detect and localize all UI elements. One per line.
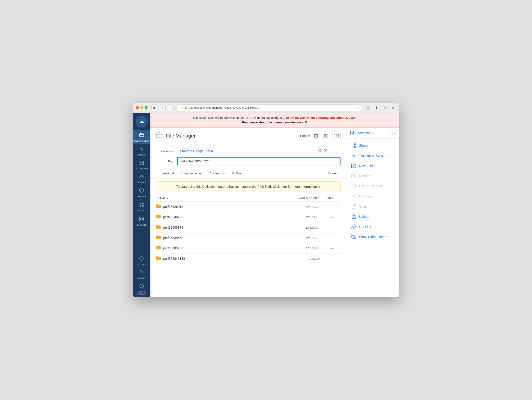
table-row[interactable]: perf13626912 12/31/19... — › [156,202,341,212]
share-icon[interactable]: ⬆ [373,104,380,111]
single-panel-btn[interactable] [312,133,320,139]
banner-text-before: Globus services will be unavailable for … [193,116,283,120]
banner-link[interactable]: Read more about the planned maintenance.… [242,121,307,124]
show-hidden-label: Show Hidden Items [359,235,387,239]
bookmark-btn[interactable]: Bookmark ∨ [350,130,374,136]
sidebar-item-groups[interactable]: GROUPS [133,172,150,185]
path-input[interactable] [177,157,341,165]
info-banner: To start using this Collection, enter a … [156,181,341,192]
info-banner-link-icon[interactable]: ⧉ [318,185,320,189]
sidebar: ☁ FILE MANAGER [133,113,150,297]
sidebar-logo[interactable]: ☁ [133,113,150,130]
minimize-window-btn[interactable] [140,106,143,109]
sidebar-item-logout[interactable]: LOGOUT [133,268,150,281]
svg-marker-34 [231,172,234,174]
col-header-name[interactable]: NAME ∨ [156,197,292,200]
upload-action[interactable]: Upload [346,211,399,222]
table-row[interactable]: perf35339568 12/31/19... — › [156,233,341,243]
collection-clear-icon[interactable] [324,149,327,153]
row-chevron[interactable]: › [334,215,341,219]
collection-input[interactable]: Stanford Google Cloud [177,147,330,155]
sidebar-item-flows[interactable]: FLOWS [133,200,150,214]
svg-rect-0 [139,134,144,137]
double-panel-btn[interactable] [322,133,330,139]
sidebar-item-settings[interactable]: SETTINGS [133,254,150,268]
svg-point-8 [140,203,141,204]
sidebar-item-console[interactable]: CONSOLE [133,185,150,200]
sidebar-toggle-btn[interactable]: ⊞ [151,104,158,111]
collection-name: Stanford Google Cloud [180,149,213,153]
sidebar-item-file-manager[interactable]: FILE MANAGER [133,130,150,144]
select-all-btn[interactable]: select all [161,171,177,176]
svg-point-40 [352,145,353,146]
row-chevron[interactable]: › [334,236,341,240]
refresh-list-btn[interactable]: refresh list [205,170,228,177]
collection-search-icon[interactable] [318,149,322,153]
forward-btn[interactable]: › [167,104,173,111]
close-window-btn[interactable] [136,106,139,109]
svg-rect-24 [324,134,326,137]
row-name: perf25540222 [163,215,183,219]
triple-panel-btn[interactable] [332,133,341,139]
up-one-folder-btn[interactable]: up one folder [178,170,204,177]
logout-icon [139,270,144,276]
row-size: — [320,247,334,250]
folder-icon [156,225,161,230]
collapse-panel-btn[interactable]: ‹ [390,131,395,135]
row-chevron[interactable]: › [334,257,341,260]
share-label: Share [359,144,368,147]
table-row[interactable]: perf35883766 12/31/19... — › [156,243,341,254]
share-action[interactable]: Share [346,140,399,151]
new-tab-icon[interactable]: ＋ [382,104,388,111]
sidebar-item-collections[interactable]: COLLECTIONS [133,158,150,172]
svg-point-10 [140,205,141,207]
maximize-window-btn[interactable] [145,106,148,109]
refresh-icon[interactable]: ↻ [356,106,359,109]
groups-icon [139,174,144,180]
row-name-area: perf35883766 [156,245,292,251]
transfer-icon [351,153,356,159]
row-chevron[interactable]: › [334,205,341,209]
sidebar-item-activity[interactable]: ACTIVITY [133,144,150,158]
filter-btn[interactable]: filter [229,170,244,177]
new-folder-action[interactable]: New Folder [346,161,399,171]
show-hidden-action[interactable]: Show Hidden Items [346,232,399,242]
flows-icon [139,202,144,208]
open-icon [351,204,356,209]
svg-line-42 [353,146,354,147]
help-icon [139,284,144,290]
view-btn[interactable]: view [325,170,340,177]
svg-point-29 [319,149,321,152]
row-chevron[interactable]: › [334,226,341,229]
select-all-wrapper: select all [156,171,177,176]
row-name: perf35883766 [163,246,183,250]
select-all-checkbox[interactable] [156,172,159,175]
show-hidden-icon [351,234,356,240]
back-btn[interactable]: ‹ [159,104,166,111]
transfer-action[interactable]: Transfer or Sync to... [346,151,399,161]
bookmark-icon [350,130,354,136]
sidebar-item-compute[interactable]: COMPUTE [133,214,150,228]
tabs-icon[interactable]: ⧉ [390,104,396,111]
row-name-area: perf13626912 [156,204,292,210]
table-row[interactable]: perf368842188 12/31/19 — › [156,254,341,264]
table-row[interactable]: perf33095979 12/31/19... — › [156,222,341,233]
sidebar-bottom: SETTINGS LOGOUT [133,254,150,297]
table-row[interactable]: perf25540222 12/31/19... — › [156,212,341,222]
traffic-lights [136,106,148,109]
download-icon-action [351,194,356,199]
app-layout: ☁ FILE MANAGER [133,113,399,297]
lock-icon: 🔒 [184,106,188,109]
panels-label: Panels [300,134,310,138]
row-chevron[interactable]: › [334,246,341,250]
delete-label: Delete Selected [359,184,382,188]
collection-actions [318,149,327,153]
sidebar-item-label-console: CONSOLE [137,195,146,197]
row-name-area: perf368842188 [156,256,292,261]
page-title-area: File Manager [156,131,196,140]
download-icon[interactable]: ⬇ [365,104,371,111]
three-dots-menu[interactable]: ⋮ [333,147,341,155]
get-link-action[interactable]: Get Link [346,222,399,232]
sidebar-item-help[interactable]: HELP & SITEMAP [133,281,150,297]
address-bar[interactable]: 📑 🔒 app.globus.org/file-manager?origin_i… [177,104,361,111]
